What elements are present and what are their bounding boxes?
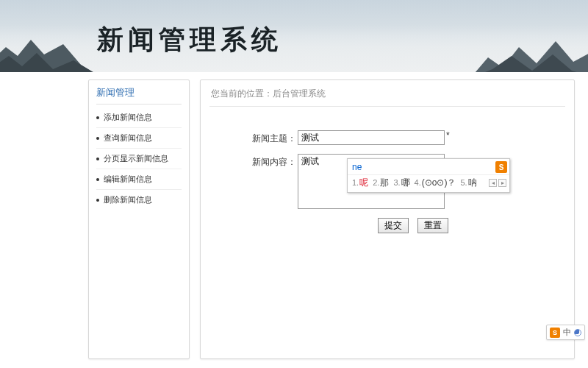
mountain-right-image [470, 34, 588, 72]
ime-candidate[interactable]: 5.呐 [460, 177, 476, 189]
ime-prev-icon[interactable]: ◂ [489, 179, 497, 187]
ime-candidate[interactable]: 1.呢 [352, 177, 368, 189]
main-panel: 您当前的位置：后台管理系统 新闻主题： * 新闻内容： 测试 提交 重置 ne … [200, 79, 575, 359]
reset-button[interactable]: 重置 [417, 218, 448, 233]
subject-label: 新闻主题： [209, 130, 298, 145]
bullet-icon [96, 116, 99, 119]
sidebar-item-label: 分页显示新闻信息 [104, 153, 168, 164]
sidebar-title: 新闻管理 [96, 86, 182, 99]
sidebar-item-search[interactable]: 查询新闻信息 [96, 128, 182, 149]
subject-input[interactable] [298, 130, 445, 145]
sidebar-item-add[interactable]: 添加新闻信息 [96, 107, 182, 128]
ime-candidate[interactable]: 4.(⊙o⊙)？ [415, 177, 456, 189]
sidebar-item-label: 编辑新闻信息 [104, 174, 152, 185]
mountain-left-image [0, 34, 103, 72]
ime-mode-indicator: 中 [563, 327, 571, 338]
bullet-icon [96, 137, 99, 140]
ime-next-icon[interactable]: ▸ [498, 179, 506, 187]
ime-status-bar[interactable]: S 中 [546, 325, 585, 340]
breadcrumb: 您当前的位置：后台管理系统 [209, 86, 565, 107]
svg-marker-2 [470, 41, 588, 72]
ime-candidate[interactable]: 2.那 [373, 177, 389, 189]
bullet-icon [96, 199, 99, 202]
sidebar-item-label: 查询新闻信息 [104, 132, 152, 144]
bullet-icon [96, 158, 99, 160]
required-mark: * [446, 130, 450, 141]
sidebar-item-label: 删除新闻信息 [104, 194, 152, 205]
ime-popup: ne S 1.呢 2.那 3.哪 4.(⊙o⊙)？ 5.呐 ◂ ▸ [347, 158, 510, 193]
sogou-logo-icon: S [495, 161, 507, 173]
divider [96, 104, 182, 105]
banner: 新闻管理系统 [0, 0, 588, 72]
sidebar-item-delete[interactable]: 删除新闻信息 [96, 190, 182, 210]
submit-button[interactable]: 提交 [378, 218, 409, 233]
content-label: 新闻内容： [209, 154, 298, 169]
moon-icon [574, 329, 581, 336]
app-title: 新闻管理系统 [97, 22, 282, 58]
sidebar: 新闻管理 添加新闻信息 查询新闻信息 分页显示新闻信息 编辑新闻信息 删除新闻信… [88, 79, 190, 359]
bullet-icon [96, 178, 99, 181]
sogou-logo-icon: S [550, 328, 560, 338]
ime-typed-text: ne [352, 162, 362, 172]
sidebar-item-label: 添加新闻信息 [104, 112, 152, 123]
sidebar-item-edit[interactable]: 编辑新闻信息 [96, 169, 182, 190]
ime-candidate[interactable]: 3.哪 [393, 177, 409, 189]
sidebar-item-paginate[interactable]: 分页显示新闻信息 [96, 149, 182, 169]
